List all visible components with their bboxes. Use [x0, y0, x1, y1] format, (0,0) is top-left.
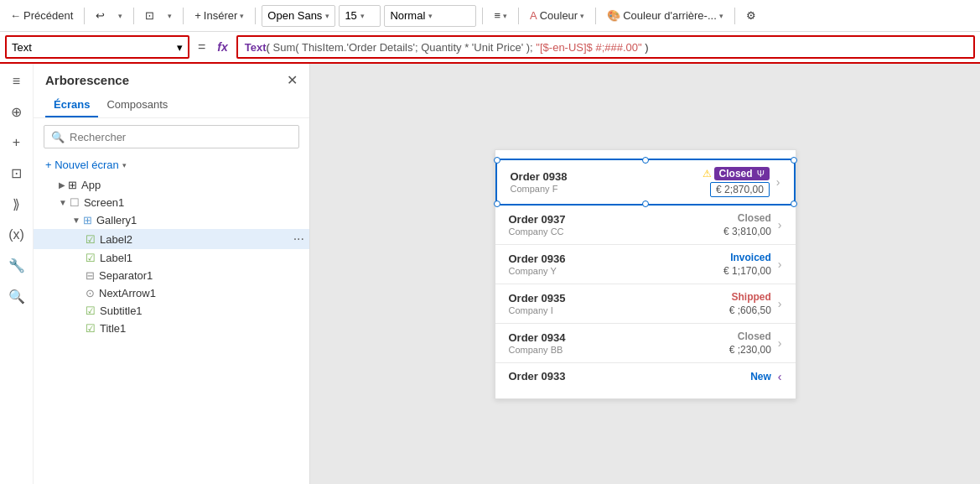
toolbar-sep-1	[84, 8, 85, 24]
tree-item-screen1[interactable]: ▼ ☐ Screen1	[34, 194, 309, 211]
insert-label: Insérer	[204, 9, 237, 22]
row-subtitle-0936: Company Y	[509, 266, 718, 276]
canvas-area: Order 0938 Company F ⚠ Closed Ψ € 2;870,…	[310, 64, 980, 484]
menu-button[interactable]: ≡ ▾	[489, 7, 512, 24]
tree-item-label2[interactable]: ☑ Label2 ···	[34, 229, 309, 249]
label2-more-button[interactable]: ···	[288, 232, 309, 247]
label2-icon: ☑	[86, 233, 96, 246]
search-magnifier-icon: 🔍	[51, 131, 65, 143]
data-icon[interactable]: ⊡	[8, 162, 25, 185]
tool-icon[interactable]: 🔧	[5, 254, 29, 277]
toolbar-sep-8	[734, 8, 735, 24]
status-text-0938: Closed	[719, 168, 753, 180]
settings-button[interactable]: ⚙	[741, 7, 761, 24]
row-info-0933: Order 0933	[509, 370, 744, 383]
color-label: Couleur	[540, 9, 578, 22]
tree-arrow-gallery1[interactable]: ▼	[72, 216, 80, 225]
tab-ecrans[interactable]: Écrans	[45, 93, 98, 117]
paste-button[interactable]: ⊡	[140, 7, 159, 24]
app-icon: ⊞	[68, 179, 77, 191]
toolbar-sep-2	[133, 8, 134, 24]
row-chevron-0937[interactable]: ›	[778, 218, 782, 232]
tree-label-separator1: Separator1	[99, 269, 309, 282]
sidebar-close-button[interactable]: ✕	[287, 72, 298, 88]
search-input[interactable]	[70, 131, 292, 143]
gallery-container: Order 0938 Company F ⚠ Closed Ψ € 2;870,…	[495, 149, 796, 399]
new-screen-button[interactable]: + Nouvel écran ▾	[34, 155, 309, 174]
gallery-row-0938[interactable]: Order 0938 Company F ⚠ Closed Ψ € 2;870,…	[495, 159, 796, 206]
undo-dropdown-button[interactable]: ▾	[113, 9, 127, 23]
gallery-row-0934[interactable]: Order 0934 Company BB Closed € ;230,00 ›	[495, 324, 796, 363]
gallery-row-0933[interactable]: Order 0933 New ‹	[495, 363, 796, 390]
row-title-0936: Order 0936	[509, 252, 718, 265]
sidebar-header: Arborescence ✕	[34, 64, 309, 93]
row-chevron-0934[interactable]: ›	[778, 336, 782, 350]
paste-dropdown-button[interactable]: ▾	[163, 9, 177, 23]
tree-item-subtitle1[interactable]: ☑ Subtitle1	[34, 302, 309, 320]
gallery-row-0936[interactable]: Order 0936 Company Y Invoiced € 1;170,00…	[495, 245, 796, 284]
insert-button[interactable]: + Insérer ▾	[189, 7, 249, 24]
add-icon[interactable]: +	[9, 132, 23, 154]
tree-label-label1: Label1	[100, 252, 309, 264]
tree-label-nextarrow1: NextArrow1	[99, 287, 309, 299]
tree-item-nextarrow1[interactable]: ⊙ NextArrow1	[34, 284, 309, 302]
row-info-0934: Order 0934 Company BB	[509, 331, 723, 355]
tree-item-label1[interactable]: ☑ Label1	[34, 249, 309, 267]
menu-chevron-icon: ▾	[503, 12, 507, 20]
tab-composants[interactable]: Composants	[98, 93, 176, 117]
fx-button[interactable]: fx	[214, 40, 231, 54]
row-chevron-0936[interactable]: ›	[778, 258, 782, 271]
name-box[interactable]: Text ▾	[5, 35, 189, 59]
formula-input[interactable]: Text( Sum( ThisItem.'Order Details'; Qua…	[236, 35, 975, 59]
toolbar-sep-7	[595, 8, 596, 24]
font-family-dropdown[interactable]: Open Sans ▾	[262, 5, 335, 27]
tree-arrow-app[interactable]: ▶	[59, 180, 65, 190]
hamburger-icon[interactable]: ≡	[9, 70, 23, 92]
name-box-value: Text	[12, 41, 32, 54]
row-amount-0937: € 3;810,00	[723, 226, 771, 237]
gallery-row-0935[interactable]: Order 0935 Company I Shipped € ;606,50 ›	[495, 284, 796, 324]
status-badge-0938: Closed Ψ	[714, 167, 770, 180]
back-label: Précédent	[23, 9, 73, 22]
flow-icon[interactable]: ⟫	[9, 193, 23, 216]
tree-label-screen1: Screen1	[84, 196, 309, 209]
formula-text-func: Text	[245, 41, 267, 54]
main-area: ≡ ⊕ + ⊡ ⟫ (x) 🔧 🔍 Arborescence ✕ Écrans …	[0, 64, 980, 484]
tree-item-separator1[interactable]: ⊟ Separator1	[34, 267, 309, 284]
tree-item-gallery1[interactable]: ▼ ⊞ Gallery1	[34, 211, 309, 229]
variable-icon[interactable]: (x)	[5, 224, 28, 246]
tree-item-app[interactable]: ▶ ⊞ App	[34, 176, 309, 194]
settings-icon: ⚙	[746, 9, 756, 22]
row-status-0937: Closed € 3;810,00	[723, 212, 771, 237]
tree-arrow-screen1[interactable]: ▼	[59, 198, 67, 207]
search-box[interactable]: 🔍	[44, 125, 299, 148]
formula-bar: Text ▾ = fx Text( Sum( ThisItem.'Order D…	[0, 32, 980, 64]
status-badge-0936: Invoiced	[730, 252, 771, 263]
row-chevron-0935[interactable]: ›	[778, 297, 782, 310]
undo-button[interactable]: ↩	[91, 7, 110, 24]
row-chevron-0933[interactable]: ‹	[778, 370, 782, 383]
tree-label-app: App	[81, 179, 309, 191]
style-dropdown[interactable]: Normal ▾	[384, 5, 476, 27]
bg-color-button[interactable]: 🎨 Couleur d'arrière-... ▾	[602, 7, 729, 24]
color-text-button[interactable]: A Couleur ▾	[525, 7, 589, 24]
handle-tm[interactable]	[642, 157, 649, 164]
font-size-dropdown[interactable]: 15 ▾	[339, 5, 381, 27]
row-subtitle-0938: Company F	[511, 184, 696, 194]
handle-tr[interactable]	[791, 157, 797, 164]
layers-icon[interactable]: ⊕	[8, 101, 25, 123]
tree-item-title1[interactable]: ☑ Title1	[34, 320, 309, 337]
handle-tl[interactable]	[494, 157, 500, 164]
screen-icon: ☐	[70, 196, 80, 209]
psi-icon: Ψ	[757, 169, 765, 179]
gallery-row-0937[interactable]: Order 0937 Company CC Closed € 3;810,00 …	[495, 206, 796, 245]
row-chevron-0938[interactable]: ›	[776, 175, 780, 189]
left-strip: ≡ ⊕ + ⊡ ⟫ (x) 🔧 🔍	[0, 64, 34, 484]
row-status-0936: Invoiced € 1;170,00	[723, 252, 771, 277]
search-icon[interactable]: 🔍	[5, 285, 29, 308]
plus-icon: +	[194, 9, 201, 22]
status-badge-0935: Shipped	[731, 291, 770, 303]
row-info-0938: Order 0938 Company F	[511, 170, 696, 194]
back-button[interactable]: ← Précédent	[5, 7, 78, 24]
subtitle1-icon: ☑	[86, 304, 96, 317]
